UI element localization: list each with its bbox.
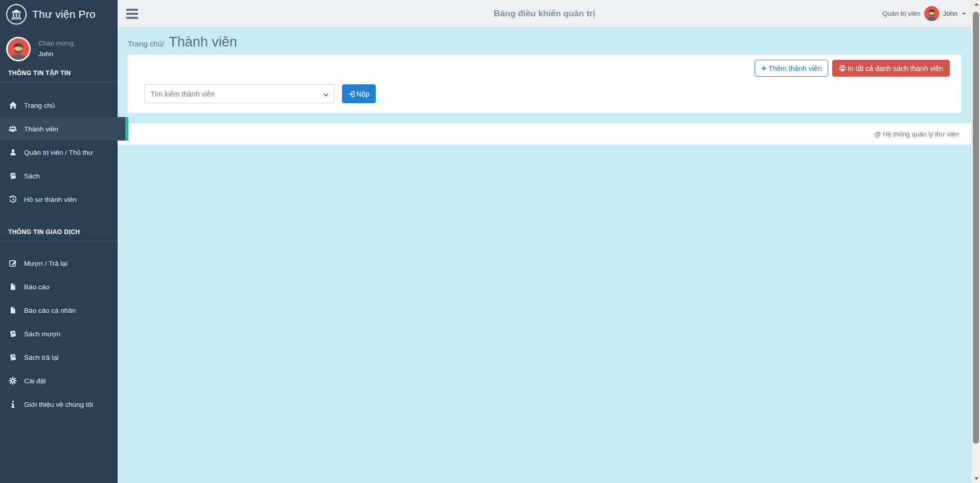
- sidebar-item-label: Thành viên: [24, 125, 58, 133]
- hamburger-icon[interactable]: [126, 7, 138, 21]
- user-name: John: [943, 10, 958, 17]
- breadcrumb-home-link[interactable]: Trang chủ/: [128, 39, 164, 48]
- sidebar-item-label: Mượn / Trả lại: [24, 260, 67, 267]
- brand-name: Thư viện Pro: [32, 8, 96, 20]
- sidebar: Thư viện Pro Chào mừng, John THÔNG TIN T…: [0, 0, 118, 483]
- welcome-label: Chào mừng,: [38, 38, 75, 49]
- breadcrumb: Trang chủ/ Thành viên: [118, 28, 971, 50]
- info-icon: [8, 400, 17, 408]
- card-toolbar: + Thêm thành viên In tất cả danh sách th…: [144, 60, 950, 77]
- sidebar-item-label: Sách mượn: [24, 330, 60, 338]
- search-submit-button[interactable]: Nộp: [342, 84, 376, 103]
- edit-icon: [8, 259, 17, 267]
- sidebar-item-label: Báo cáo cá nhân: [24, 307, 76, 314]
- file-icon: [8, 306, 17, 314]
- book-icon: [8, 330, 17, 338]
- member-search-row: Tìm kiếm thành viên Nộp: [144, 84, 950, 103]
- main-area: Bảng điều khiển quản trị Quản trị viên J…: [118, 0, 971, 483]
- sidebar-item-label: Cài đặt: [24, 377, 46, 385]
- sidebar-item-members[interactable]: Thành viên: [0, 117, 128, 141]
- page-header-title: Bảng điều khiển quản trị: [118, 9, 971, 19]
- sidebar-menu-files: Trang chủ Thành viên: [0, 94, 118, 211]
- book-icon: [8, 353, 17, 361]
- sidebar-section-title-files: THÔNG TIN TẬP TIN: [8, 70, 118, 77]
- add-member-button[interactable]: + Thêm thành viên: [755, 60, 828, 77]
- user-avatar: [6, 37, 31, 61]
- sidebar-section-title-transactions: THÔNG TIN GIAO DỊCH: [8, 228, 118, 236]
- scroll-down-arrow[interactable]: [972, 474, 980, 483]
- sidebar-item-personal-reports[interactable]: Báo cáo cá nhân: [0, 298, 118, 322]
- sidebar-item-label: Hồ sơ thành viên: [24, 196, 77, 203]
- sidebar-item-books[interactable]: Sách: [0, 164, 118, 188]
- sidebar-item-label: Sách trả lại: [24, 354, 59, 361]
- divider: [0, 241, 118, 241]
- members-card: + Thêm thành viên In tất cả danh sách th…: [128, 55, 961, 113]
- user-avatar: [924, 6, 939, 21]
- sidebar-menu-transactions: Mượn / Trả lại Báo cáo Báo cáo cá nhân: [0, 251, 118, 416]
- print-all-members-button[interactable]: In tất cả danh sách thành viên: [832, 60, 950, 77]
- sidebar-item-home[interactable]: Trang chủ: [0, 94, 118, 117]
- scrollbar-thumb[interactable]: [973, 12, 979, 444]
- footer-text: @ Hệ thống quản lý thư viện: [874, 130, 959, 138]
- vertical-scrollbar[interactable]: [971, 0, 980, 483]
- sidebar-user-name: John: [38, 49, 75, 60]
- sidebar-item-borrowed-books[interactable]: Sách mượn: [0, 322, 118, 346]
- footer: @ Hệ thống quản lý thư viện: [118, 123, 971, 145]
- user-menu[interactable]: Quản trị viên John: [882, 6, 971, 21]
- divider: [0, 82, 118, 82]
- sidebar-item-about-us[interactable]: Giới thiệu về chúng tôi: [0, 393, 118, 416]
- sidebar-item-borrow-return[interactable]: Mượn / Trả lại: [0, 251, 118, 275]
- scroll-up-arrow[interactable]: [972, 0, 980, 9]
- page-title: Thành viên: [169, 34, 237, 50]
- sign-in-icon: [348, 90, 355, 98]
- user-icon: [8, 148, 17, 156]
- role-label: Quản trị viên: [882, 10, 920, 17]
- sidebar-item-label: Sách: [24, 172, 40, 180]
- sidebar-item-returned-books[interactable]: Sách trả lại: [0, 346, 118, 369]
- users-icon: [8, 125, 17, 133]
- file-icon: [8, 283, 17, 291]
- brand[interactable]: Thư viện Pro: [0, 0, 118, 28]
- member-search-select[interactable]: Tìm kiếm thành viên: [144, 84, 334, 103]
- sidebar-item-label: Quản trị viên / Thủ thư: [24, 149, 93, 156]
- printer-icon: [839, 65, 846, 72]
- chevron-down-icon: [962, 13, 966, 15]
- bank-icon: [6, 4, 27, 25]
- plus-icon: +: [761, 64, 766, 73]
- book-icon: [8, 172, 17, 180]
- history-icon: [8, 195, 17, 203]
- top-navbar: Bảng điều khiển quản trị Quản trị viên J…: [118, 0, 971, 28]
- sidebar-item-label: Báo cáo: [24, 283, 50, 291]
- sidebar-item-member-records[interactable]: Hồ sơ thành viên: [0, 188, 118, 211]
- sidebar-item-admins-librarians[interactable]: Quản trị viên / Thủ thư: [0, 141, 118, 164]
- gear-icon: [8, 377, 17, 385]
- sidebar-item-reports[interactable]: Báo cáo: [0, 275, 118, 298]
- sidebar-item-label: Trang chủ: [24, 102, 55, 109]
- sidebar-item-label: Giới thiệu về chúng tôi: [24, 401, 93, 408]
- sidebar-user-panel: Chào mừng, John: [0, 28, 118, 61]
- sidebar-item-settings[interactable]: Cài đặt: [0, 369, 118, 393]
- home-icon: [8, 101, 17, 109]
